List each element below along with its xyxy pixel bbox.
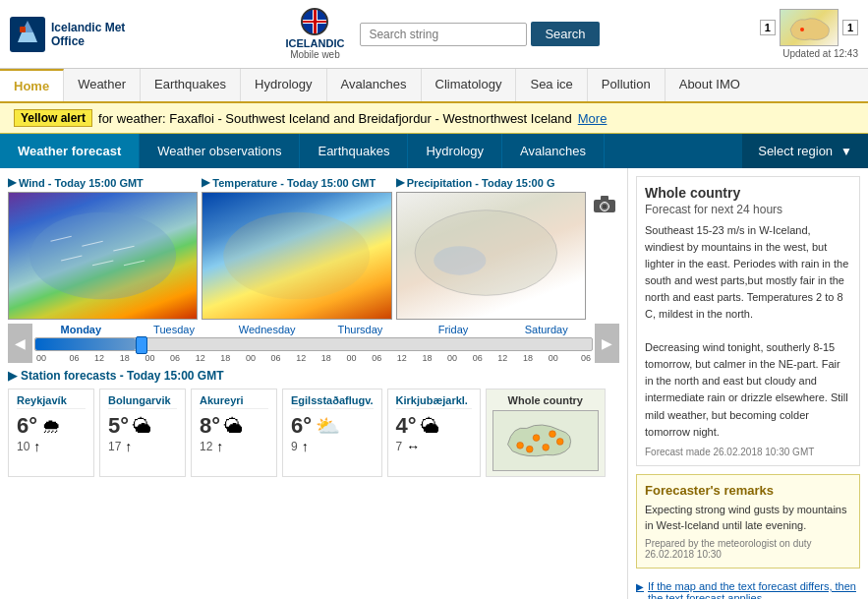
forecast-24h-title: Forecast for next 24 hours [645, 203, 851, 216]
wind-map-image[interactable] [8, 192, 198, 320]
timeline-track[interactable] [34, 337, 593, 351]
badge-1: 1 [760, 20, 776, 35]
station-wind-arrow-icon: ↔ [406, 439, 420, 454]
svg-point-24 [526, 446, 533, 452]
station-wind: 10 [17, 440, 29, 453]
select-region-btn[interactable]: Select region ▼ [742, 134, 868, 168]
nav-item-home[interactable]: Home [0, 69, 64, 101]
temp-map-image[interactable] [202, 192, 391, 320]
maps-area: ▶ Wind - Today 15:00 GMT [0, 168, 627, 599]
search-area: Search [360, 22, 599, 46]
sub-nav: Weather forecast Weather observations Ea… [0, 134, 868, 168]
timeline-prev-button[interactable]: ◀ [8, 324, 32, 363]
svg-point-23 [542, 444, 549, 450]
svg-rect-18 [601, 196, 608, 201]
disclaimer-arrow-icon: ▶ [636, 581, 644, 592]
whole-country-card-label: Whole country [492, 394, 599, 406]
header-right: 1 1 Updated at 12:43 [760, 9, 858, 59]
station-weather-icon: 🌧 [41, 415, 61, 438]
subnav-weather-forecast[interactable]: Weather forecast [0, 134, 140, 168]
logo-text-line1: Icelandic Met [51, 21, 125, 34]
disclaimer-link[interactable]: ▶ If the map and the text forecast diffe… [636, 576, 860, 599]
disclaimer-text: If the map and the text forecast differs… [648, 580, 860, 599]
station-wind: 9 [291, 440, 298, 453]
day-thursday[interactable]: Thursday [314, 324, 407, 335]
station-weather-icon: ⛅ [316, 414, 340, 438]
whole-country-mini-map [492, 410, 599, 471]
dropdown-arrow-icon: ▼ [840, 145, 852, 158]
forecast-text: Southeast 15-23 m/s in W-Iceland, windie… [645, 222, 851, 441]
temp-map-section: ▶ Temperature - Today 15:00 GMT [202, 176, 391, 320]
station-card-egilsstadir[interactable]: Egilsstaðaflugv. 6° ⛅ 9 ↑ [282, 389, 382, 477]
station-card-bolungarvik[interactable]: Bolungarvik 5° 🌥 17 ↑ [99, 389, 186, 477]
station-temp: 8° [200, 413, 220, 439]
alert-more-link[interactable]: More [578, 111, 608, 126]
forecasters-title: Forecaster's remarks [645, 483, 851, 498]
wind-map-section: ▶ Wind - Today 15:00 GMT [8, 176, 198, 320]
main-nav: Home Weather Earthquakes Hydrology Avala… [0, 69, 868, 103]
header-center: ICELANDIC Mobile web Search [125, 8, 759, 60]
day-wednesday[interactable]: Wednesday [220, 324, 314, 335]
day-friday[interactable]: Friday [407, 324, 500, 335]
station-weather-icon: 🌥 [421, 415, 440, 438]
forecasters-text: Expecting strong wind gusts by mountains… [645, 502, 851, 534]
badge-2: 1 [842, 20, 858, 35]
nav-item-climatology[interactable]: Climatology [422, 69, 517, 101]
temp-map-title: ▶ Temperature - Today 15:00 GMT [202, 176, 391, 189]
timeline-handle[interactable] [136, 336, 147, 354]
precip-map-section: ▶ Precipitation - Today 15:00 G [396, 176, 586, 320]
stations-row: Reykjavík 6° 🌧 10 ↑ Bolungarvik 5° 🌥 [8, 389, 619, 477]
station-wind-arrow-icon: ↑ [125, 439, 132, 454]
day-monday[interactable]: Monday [34, 324, 128, 335]
station-temp: 4° [396, 413, 417, 439]
station-wind: 17 [108, 440, 121, 453]
forecast-timestamp: Forecast made 26.02.2018 10:30 GMT [645, 447, 851, 457]
station-card-reykjavik[interactable]: Reykjavík 6° 🌧 10 ↑ [8, 389, 94, 477]
search-button[interactable]: Search [531, 22, 599, 46]
precip-map-image[interactable] [396, 192, 586, 320]
search-input[interactable] [360, 23, 527, 46]
whole-country-title: Whole country [645, 185, 851, 201]
svg-point-12 [224, 212, 371, 300]
language-selector[interactable]: ICELANDIC Mobile web [286, 8, 345, 60]
nav-item-pollution[interactable]: Pollution [588, 69, 665, 101]
station-name: Reykjavík [17, 394, 86, 409]
updated-text: Updated at 12:43 [782, 48, 858, 59]
station-weather-icon: 🌥 [224, 415, 244, 438]
nav-item-weather[interactable]: Weather [64, 69, 141, 101]
forecasters-timestamp: Prepared by the meteorologist on duty 26… [645, 538, 851, 560]
station-temp: 6° [291, 413, 312, 439]
station-section-title: ▶ Station forecasts - Today 15:00 GMT [8, 369, 619, 383]
maps-row: ▶ Wind - Today 15:00 GMT [8, 176, 619, 320]
camera-icon [594, 196, 615, 213]
nav-item-avalanches[interactable]: Avalanches [327, 69, 422, 101]
station-name: Akureyri [200, 394, 268, 409]
select-region-label: Select region [758, 144, 833, 158]
language-label: ICELANDIC [286, 37, 345, 49]
subnav-avalanches[interactable]: Avalanches [502, 134, 605, 168]
nav-item-hydrology[interactable]: Hydrology [241, 69, 327, 101]
station-card-akureyri[interactable]: Akureyri 8° 🌥 12 ↑ [191, 389, 277, 477]
day-tuesday[interactable]: Tuesday [128, 324, 221, 335]
station-wind-arrow-icon: ↑ [216, 439, 223, 454]
subnav-earthquakes[interactable]: Earthquakes [300, 134, 408, 168]
alert-bar: Yellow alert for weather: Faxafloi - Sou… [0, 103, 868, 134]
svg-point-4 [800, 28, 804, 31]
temp-arrow-icon: ▶ [202, 176, 209, 189]
flag-icon [301, 8, 328, 35]
station-card-kirkjubaer[interactable]: Kirkjubæjarkl. 4° 🌥 7 ↔ [387, 389, 481, 477]
nav-item-earthquakes[interactable]: Earthquakes [141, 69, 241, 101]
svg-point-14 [434, 246, 486, 275]
logo-area: Icelandic Met Office [10, 17, 125, 52]
subnav-hydrology[interactable]: Hydrology [408, 134, 502, 168]
header: Icelandic Met Office ICELANDIC Mobile we… [0, 0, 868, 69]
camera-button[interactable] [590, 192, 619, 220]
day-saturday[interactable]: Saturday [499, 324, 593, 335]
nav-item-aboutimo[interactable]: About IMO [665, 69, 754, 101]
station-wind-arrow-icon: ↑ [33, 439, 40, 454]
timeline-body: Monday Tuesday Wednesday Thursday Friday… [34, 324, 593, 363]
nav-item-seaice[interactable]: Sea ice [516, 69, 587, 101]
subnav-weather-observations[interactable]: Weather observations [140, 134, 300, 168]
station-card-whole-country[interactable]: Whole country [486, 389, 606, 477]
timeline-next-button[interactable]: ▶ [595, 324, 619, 363]
